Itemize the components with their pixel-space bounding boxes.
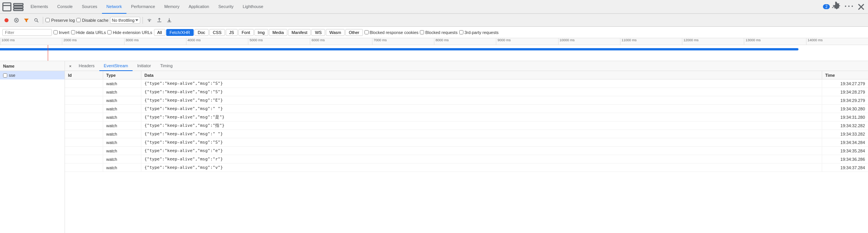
tab-sources[interactable]: Sources xyxy=(77,0,102,14)
cell-time-8: 19:34:35.284 xyxy=(822,147,868,155)
right-panel: × Headers EventStream Initiator Timing I… xyxy=(65,61,868,233)
table-row[interactable]: watch {"type":"keep-alive","msg":" "} 19… xyxy=(65,130,868,138)
blocked-requests-checkbox[interactable]: Blocked requests xyxy=(420,30,457,35)
table-row[interactable]: watch {"type":"keep-alive","msg":"r"} 19… xyxy=(65,155,868,163)
tab-event-stream[interactable]: EventStream xyxy=(99,61,133,71)
invert-checkbox[interactable]: Invert xyxy=(53,30,70,35)
filter-input[interactable] xyxy=(2,29,52,36)
timeline-area xyxy=(0,45,868,61)
filter-btn-css[interactable]: CSS xyxy=(209,29,225,36)
cell-type-6: watch xyxy=(103,130,141,138)
dock-icon[interactable] xyxy=(2,2,12,12)
tab-timing[interactable]: Timing xyxy=(155,61,177,71)
table-row[interactable]: watch {"type":"keep-alive","msg":"e"} 19… xyxy=(65,147,868,155)
filter-btn-doc[interactable]: Doc xyxy=(194,29,209,36)
table-row[interactable]: watch {"type":"keep-alive","msg":"E"} 19… xyxy=(65,96,868,105)
col-header-id: Id xyxy=(65,71,103,79)
timeline-tick: 9000 ms xyxy=(496,38,558,45)
filter-btn-other[interactable]: Other xyxy=(345,29,363,36)
table-row[interactable]: watch {"type":"keep-alive","msg":"S"} 19… xyxy=(65,138,868,147)
sse-checkbox[interactable] xyxy=(3,73,7,78)
tab-performance[interactable]: Performance xyxy=(126,0,160,14)
close-detail-button[interactable]: × xyxy=(66,62,74,70)
close-devtools-icon[interactable] xyxy=(856,2,866,12)
filter-btn-ws[interactable]: WS xyxy=(311,29,325,36)
third-party-requests-checkbox[interactable]: 3rd-party requests xyxy=(459,30,499,35)
main-content: Name sse × Headers EventStream Initiator… xyxy=(0,61,868,233)
preserve-log-checkbox[interactable]: Preserve log xyxy=(45,18,75,23)
record-stop-button[interactable] xyxy=(2,16,11,24)
tab-application[interactable]: Application xyxy=(184,0,214,14)
timeline-tick: 2000 ms xyxy=(62,38,124,45)
filter-btn-media[interactable]: Media xyxy=(269,29,287,36)
cell-type-3: watch xyxy=(103,105,141,113)
table-row[interactable]: watch {"type":"keep-alive","msg":"指"} 19… xyxy=(65,121,868,130)
cell-data-9: {"type":"keep-alive","msg":"r"} xyxy=(141,155,822,163)
tab-memory[interactable]: Memory xyxy=(160,0,184,14)
timeline-tick: 10000 ms xyxy=(558,38,620,45)
cell-time-0: 19:34:27.279 xyxy=(822,79,868,87)
tab-elements[interactable]: Elements xyxy=(26,0,53,14)
filter-btn-all[interactable]: All xyxy=(154,29,165,36)
clear-button[interactable] xyxy=(12,16,21,24)
cell-id-6 xyxy=(65,130,103,138)
col-header-time: Time xyxy=(822,71,868,79)
throttle-select[interactable]: No throttling xyxy=(110,17,140,24)
cell-data-3: {"type":"keep-alive","msg":" "} xyxy=(141,105,822,113)
filter-btn-wasm[interactable]: Wasm xyxy=(326,29,345,36)
tab-security[interactable]: Security xyxy=(214,0,238,14)
sse-item[interactable]: sse xyxy=(0,71,65,79)
cell-type-4: watch xyxy=(103,113,141,121)
tab-initiator[interactable]: Initiator xyxy=(133,61,155,71)
tab-lighthouse[interactable]: Lighthouse xyxy=(238,0,268,14)
timeline-tick: 6000 ms xyxy=(310,38,372,45)
filter-btn-img[interactable]: Img xyxy=(254,29,268,36)
timeline-tick: 11000 ms xyxy=(620,38,682,45)
filter-btn-js[interactable]: JS xyxy=(226,29,238,36)
cell-data-2: {"type":"keep-alive","msg":"E"} xyxy=(141,96,822,104)
hide-data-urls-checkbox[interactable]: Hide data URLs xyxy=(71,30,106,35)
blocked-response-cookies-checkbox[interactable]: Blocked response cookies xyxy=(364,30,419,35)
cell-data-0: {"type":"keep-alive","msg":"S"} xyxy=(141,79,822,87)
cell-data-10: {"type":"keep-alive","msg":"v"} xyxy=(141,163,822,172)
stream-table-header: Id Type Data Time xyxy=(65,71,868,79)
table-row[interactable]: watch {"type":"keep-alive","msg":"S"} 19… xyxy=(65,88,868,96)
filter-toggle-button[interactable] xyxy=(22,16,31,24)
hide-extension-urls-checkbox[interactable]: Hide extension URLs xyxy=(107,30,152,35)
upload-icon[interactable] xyxy=(155,16,164,24)
download-icon[interactable] xyxy=(165,16,173,24)
cell-time-6: 19:34:33.282 xyxy=(822,130,868,138)
notification-badge: 2 xyxy=(823,4,830,9)
cell-time-9: 19:34:36.286 xyxy=(822,155,868,163)
cell-data-7: {"type":"keep-alive","msg":"S"} xyxy=(141,138,822,146)
cell-time-4: 19:34:31.280 xyxy=(822,113,868,121)
table-row[interactable]: watch {"type":"keep-alive","msg":"S"} 19… xyxy=(65,79,868,88)
name-header: Name xyxy=(0,61,65,71)
search-button[interactable] xyxy=(32,16,40,24)
cell-time-1: 19:34:28.279 xyxy=(822,88,868,96)
tab-network[interactable]: Network xyxy=(102,0,126,14)
filter-btn-font[interactable]: Font xyxy=(238,29,254,36)
cell-type-9: watch xyxy=(103,155,141,163)
overflow-icon[interactable] xyxy=(844,2,854,12)
svg-point-5 xyxy=(5,18,9,22)
filter-btn-manifest[interactable]: Manifest xyxy=(288,29,311,36)
tab-console[interactable]: Console xyxy=(53,0,77,14)
wifi-icon[interactable] xyxy=(145,16,154,24)
filter-type-buttons: AllFetch/XHRDocCSSJSFontImgMediaManifest… xyxy=(154,29,363,36)
cell-time-5: 19:34:32.282 xyxy=(822,121,868,129)
svg-rect-0 xyxy=(3,3,11,11)
toolbar-separator-2 xyxy=(143,17,143,24)
table-row[interactable]: watch {"type":"keep-alive","msg":" "} 19… xyxy=(65,105,868,113)
tab-headers[interactable]: Headers xyxy=(74,61,99,71)
table-row[interactable]: watch {"type":"keep-alive","msg":"是"} 19… xyxy=(65,113,868,121)
settings-icon[interactable] xyxy=(831,2,842,12)
table-row[interactable]: watch {"type":"keep-alive","msg":"v"} 19… xyxy=(65,163,868,172)
svg-rect-2 xyxy=(14,3,23,5)
cell-type-7: watch xyxy=(103,138,141,146)
settings-devtools-icon[interactable] xyxy=(13,2,24,12)
disable-cache-checkbox[interactable]: Disable cache xyxy=(76,18,108,23)
toolbar-separator-1 xyxy=(43,17,43,24)
filter-btn-fetch-xhr[interactable]: Fetch/XHR xyxy=(166,29,194,36)
timeline-tick: 14000 ms xyxy=(806,38,868,45)
